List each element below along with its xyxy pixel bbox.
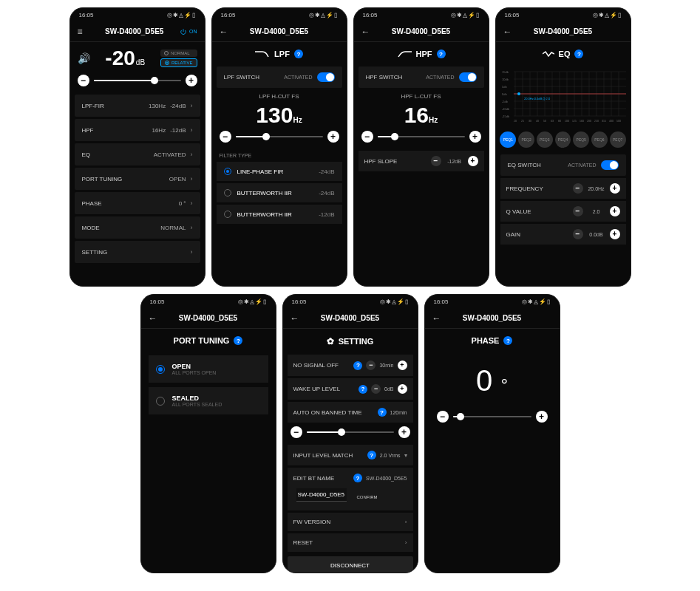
back-button[interactable]: ← (149, 313, 160, 324)
filter-option[interactable]: LINE-PHASE FIR -24dB (217, 162, 342, 181)
status-bar: 16:05 ◎✱◬⚡▯ (70, 8, 205, 21)
minus-button[interactable]: − (573, 229, 583, 239)
list-row-phase[interactable]: PHASE 0 ° › (75, 192, 200, 214)
mode-relative[interactable]: RELATIVE (160, 58, 197, 67)
back-button[interactable]: ← (220, 27, 231, 37)
port-option-sealed[interactable]: SEALEDALL PORTS SEALED (149, 387, 268, 414)
back-button[interactable]: ← (361, 27, 373, 37)
help-icon[interactable]: ? (574, 49, 583, 58)
list-row-eq[interactable]: EQ ACTIVATED › (75, 143, 200, 165)
svg-text:100: 100 (565, 120, 569, 123)
mode-toggle[interactable]: NORMAL RELATIVE (160, 49, 197, 67)
slope-minus-button[interactable]: − (431, 156, 441, 166)
lpf-slider[interactable]: − + (212, 128, 347, 148)
gain-slider[interactable]: − + (70, 72, 205, 92)
back-button[interactable]: ← (432, 313, 444, 324)
list-row-hpf[interactable]: HPF 16Hz -12dB › (75, 119, 200, 141)
peq-tab-7[interactable]: PEQ7 (610, 131, 626, 148)
screen-phase: 16:05 ◎✱◬⚡▯ ← SW-D4000_D5E5 PHASE ? 0 ° … (424, 294, 560, 573)
minus-button[interactable]: − (573, 183, 583, 194)
phase-slider[interactable]: − + (425, 397, 560, 436)
peq-tab-3[interactable]: PEQ3 (537, 131, 553, 148)
lpf-switch-toggle[interactable] (317, 72, 335, 82)
auto-on-slider[interactable]: − + (283, 425, 418, 443)
reset-row[interactable]: RESET › (288, 533, 413, 552)
menu-icon[interactable]: ≡ (78, 27, 89, 37)
help-icon[interactable]: ? (359, 385, 367, 394)
back-button[interactable]: ← (503, 27, 515, 37)
hpf-switch-toggle[interactable] (459, 72, 477, 82)
help-icon[interactable]: ? (353, 474, 362, 482)
svg-text:20: 20 (514, 120, 517, 123)
minus-button[interactable]: − (371, 384, 381, 394)
status-time: 16:05 (79, 12, 94, 18)
port-option-open[interactable]: OPENALL PORTS OPEN (149, 355, 268, 383)
mode-normal[interactable]: NORMAL (160, 49, 197, 57)
plus-button[interactable]: + (610, 229, 620, 239)
eq-graph[interactable]: 15db10db5db0db-5db-10db-15db 20253040506… (500, 64, 626, 127)
gain-slider-track[interactable] (94, 80, 181, 81)
help-icon[interactable]: ? (294, 49, 303, 58)
help-icon[interactable]: ? (367, 451, 376, 460)
lpf-minus-button[interactable]: − (220, 131, 231, 143)
svg-text:5db: 5db (502, 85, 507, 89)
hpf-slider[interactable]: − + (354, 128, 489, 148)
hpf-slope-row: HPF SLOPE − -12dB + (359, 151, 484, 171)
svg-text:30: 30 (529, 120, 531, 123)
gain-minus-button[interactable]: − (78, 75, 89, 86)
input-level-match-row[interactable]: INPUT LEVEL MATCH ? 2.0 Vrms ▾ (288, 445, 413, 465)
peq-tab-4[interactable]: PEQ4 (555, 131, 571, 148)
peq-tab-2[interactable]: PEQ2 (518, 131, 534, 148)
help-icon[interactable]: ? (234, 336, 242, 345)
hpf-icon (397, 50, 412, 58)
svg-text:315: 315 (602, 120, 606, 123)
svg-text:40: 40 (536, 120, 539, 123)
list-row-port-tuning[interactable]: PORT TUNING OPEN › (75, 168, 200, 190)
chevron-right-icon: › (191, 126, 193, 134)
filter-option[interactable]: BUTTERWORTH IIR -12dB (217, 205, 342, 224)
svg-text:10db: 10db (502, 78, 509, 81)
svg-text:15db: 15db (502, 70, 509, 74)
lpf-frequency: 130Hz (212, 100, 347, 128)
list-row-lpf-fir[interactable]: LPF-FIR 130Hz -24dB › (75, 95, 200, 117)
svg-text:400: 400 (609, 120, 614, 123)
eq-switch-toggle[interactable] (601, 160, 619, 170)
plus-button[interactable]: + (610, 206, 620, 216)
phase-minus-button[interactable]: − (437, 411, 449, 423)
minus-button[interactable]: − (573, 206, 583, 216)
confirm-button[interactable]: CONFIRM (354, 493, 381, 502)
plus-button[interactable]: + (398, 361, 407, 370)
back-button[interactable]: ← (290, 313, 302, 324)
fw-version-row[interactable]: FW VERSION › (288, 513, 413, 531)
filter-option[interactable]: BUTTERWORTH IIR -24dB (217, 183, 342, 202)
disconnect-button[interactable]: DISCONNECT (288, 556, 413, 573)
slope-plus-button[interactable]: + (468, 156, 478, 166)
list-row-setting[interactable]: SETTING › (75, 241, 200, 263)
minus-button[interactable]: − (366, 361, 376, 370)
peq-tab-6[interactable]: PEQ6 (591, 131, 608, 148)
help-icon[interactable]: ? (503, 336, 512, 345)
minus-button[interactable]: − (290, 426, 302, 438)
chevron-right-icon: › (191, 175, 193, 182)
gain-plus-button[interactable]: + (186, 75, 197, 86)
screen-eq: 16:05 ◎✱◬⚡▯ ← SW-D4000_D5E5 EQ ? (495, 7, 631, 287)
plus-button[interactable]: + (398, 426, 410, 438)
peq-tab-5[interactable]: PEQ5 (573, 131, 589, 148)
help-icon[interactable]: ? (353, 361, 362, 370)
power-button[interactable]: ON (180, 28, 197, 35)
svg-text:25: 25 (521, 120, 524, 123)
hpf-minus-button[interactable]: − (361, 131, 373, 143)
help-icon[interactable]: ? (437, 49, 446, 58)
peq-tabs: PEQ1PEQ2PEQ3PEQ4PEQ5PEQ6PEQ7 (496, 127, 631, 152)
lpf-plus-button[interactable]: + (327, 131, 339, 143)
plus-button[interactable]: + (610, 183, 620, 194)
lpf-icon (255, 50, 270, 58)
svg-text:500: 500 (616, 120, 621, 123)
list-row-mode[interactable]: MODE NORMAL › (75, 216, 200, 239)
bt-name-input[interactable] (296, 488, 347, 502)
plus-button[interactable]: + (398, 384, 407, 394)
hpf-plus-button[interactable]: + (469, 131, 481, 143)
peq-tab-1[interactable]: PEQ1 (500, 131, 516, 148)
help-icon[interactable]: ? (378, 408, 387, 417)
phase-plus-button[interactable]: + (536, 411, 548, 423)
